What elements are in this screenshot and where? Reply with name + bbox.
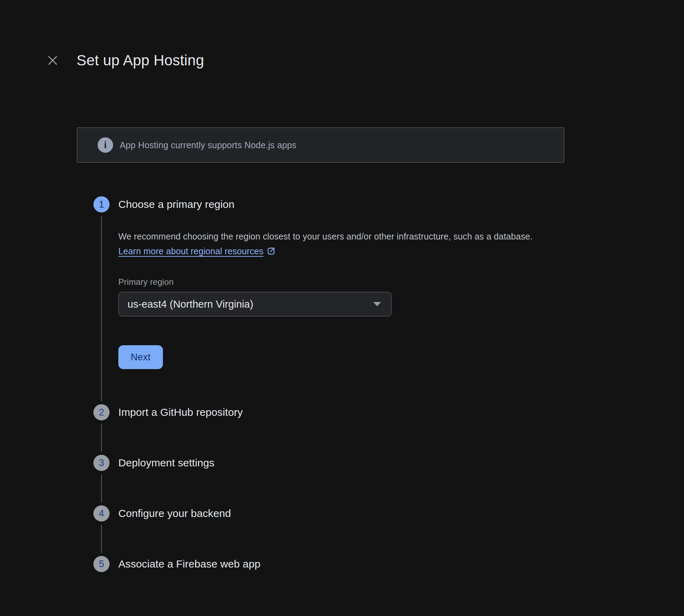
step-5-indicator: 5 (93, 556, 110, 572)
primary-region-select[interactable]: us-east4 (Northern Virginia) (118, 292, 392, 316)
step-1-body: We recommend choosing the region closest… (118, 229, 684, 404)
step-choose-primary-region: 1 Choose a primary region We recommend c… (93, 196, 684, 404)
step-configure-backend: 4 Configure your backend (93, 505, 684, 556)
step-1-title: Choose a primary region (118, 196, 684, 212)
learn-more-link[interactable]: Learn more about regional resources (118, 246, 263, 256)
step-deployment-settings: 3 Deployment settings (93, 455, 684, 505)
step-import-github-repository: 2 Import a GitHub repository (93, 404, 684, 455)
step-1-indicator: 1 (93, 196, 110, 212)
region-description-text: We recommend choosing the region closest… (118, 231, 533, 241)
page-title: Set up App Hosting (77, 51, 204, 70)
dialog-header: Set up App Hosting (0, 0, 684, 70)
step-5-title: Associate a Firebase web app (118, 556, 684, 572)
info-icon: i (98, 137, 113, 153)
step-rail: 3 (93, 455, 110, 505)
setup-stepper: 1 Choose a primary region We recommend c… (93, 196, 684, 572)
step-4-indicator: 4 (93, 505, 110, 522)
primary-region-value: us-east4 (Northern Virginia) (127, 299, 373, 310)
chevron-down-icon (373, 302, 381, 306)
open-in-new-icon (266, 248, 276, 258)
step-2-indicator: 2 (93, 404, 110, 420)
step-2-title: Import a GitHub repository (118, 404, 684, 420)
step-connector (101, 525, 102, 553)
step-rail: 1 (93, 196, 110, 404)
next-button[interactable]: Next (118, 345, 163, 369)
close-icon[interactable] (45, 53, 60, 68)
step-3-title: Deployment settings (118, 455, 684, 471)
step-rail: 5 (93, 556, 110, 572)
step-3-indicator: 3 (93, 455, 110, 471)
primary-region-label: Primary region (118, 277, 684, 287)
banner-text: App Hosting currently supports Node.js a… (120, 140, 296, 150)
step-connector (101, 424, 102, 452)
step-connector (101, 474, 102, 503)
region-description: We recommend choosing the region closest… (118, 229, 545, 260)
info-banner: i App Hosting currently supports Node.js… (77, 127, 564, 163)
step-4-title: Configure your backend (118, 505, 684, 522)
step-rail: 2 (93, 404, 110, 455)
step-rail: 4 (93, 505, 110, 556)
step-associate-firebase-web-app: 5 Associate a Firebase web app (93, 556, 684, 572)
step-connector (101, 216, 102, 401)
